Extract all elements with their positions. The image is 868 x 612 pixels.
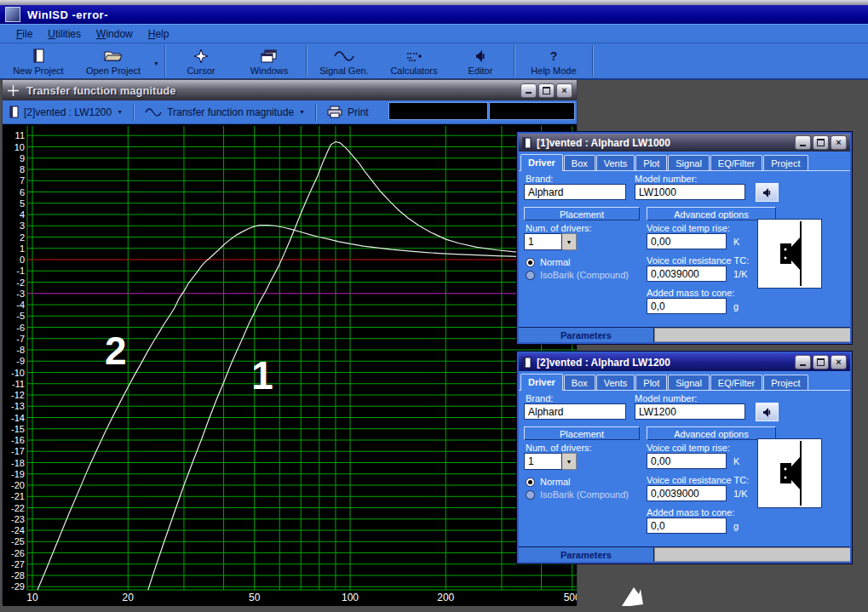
svg-text:11: 11 [15,130,25,140]
num-drivers-combo[interactable]: 1 ▼ [524,233,577,250]
open-project-dropdown[interactable]: ▼ [153,60,159,66]
print-button[interactable]: Print [348,106,369,118]
project-selector-arrow[interactable]: ▼ [117,109,123,115]
windows-button[interactable]: Windows [234,43,304,78]
maximize-button[interactable] [538,83,555,98]
calculators-button[interactable]: Calculators [379,43,449,78]
driver2-titlebar[interactable]: [2]vented : Alphard LW1200 × [519,353,850,371]
normal-radio[interactable] [526,478,535,487]
model-input[interactable]: LW1000 [635,184,745,200]
close-button[interactable]: × [556,83,572,98]
tab-plot[interactable]: Plot [635,155,667,170]
vc-temp-input[interactable]: 0,00 [647,453,727,469]
svg-text:-18: -18 [11,458,25,468]
normal-radio-row[interactable]: Normal [526,257,570,267]
tab-vents[interactable]: Vents [596,155,635,170]
view-selector-arrow[interactable]: ▼ [299,109,305,115]
close-button[interactable]: × [831,135,847,150]
isobarik-radio-row[interactable]: IsoBarik (Compound) [526,270,629,280]
minimize-button[interactable] [795,135,811,150]
added-mass-label: Added mass to cone: [647,507,734,518]
isobarik-radio[interactable] [526,490,535,500]
cursor-readout-1 [388,102,488,120]
open-project-button[interactable]: Open Project [73,43,153,78]
toolbar-separator [315,104,317,121]
svg-text:-2: -2 [16,277,25,288]
parameters-button[interactable]: Parameters [519,328,654,342]
svg-text:6: 6 [20,187,25,197]
added-mass-input[interactable]: 0,0 [647,298,727,314]
tab-eq-filter[interactable]: EQ/Filter [710,375,762,390]
svg-text:-8: -8 [16,345,25,355]
chart-window-titlebar[interactable]: Transfer function magnitude × [3,80,577,100]
tab-project[interactable]: Project [763,375,808,390]
view-selector[interactable]: Transfer function magnitude [167,106,294,118]
added-mass-input[interactable]: 0,0 [647,518,727,534]
tab-eq-filter[interactable]: EQ/Filter [710,155,762,170]
svg-text:500: 500 [564,592,577,603]
tab-box[interactable]: Box [564,155,595,170]
placement-button[interactable]: Placement [524,207,640,220]
vc-temp-unit: K [733,237,739,247]
tab-vents[interactable]: Vents [596,375,635,390]
menu-help[interactable]: Help [141,26,177,42]
brand-input[interactable]: Alphard [524,403,626,420]
vc-res-input[interactable]: 0,0039000 [647,266,727,282]
tab-driver[interactable]: Driver [520,154,563,171]
combo-dropdown-button[interactable]: ▼ [562,233,577,250]
signal-gen-button[interactable]: Signal Gen. [309,43,379,78]
speaker-icon [762,187,773,198]
new-project-button[interactable]: New Project [3,43,73,78]
svg-text:10: 10 [14,142,25,152]
tab-driver[interactable]: Driver [520,374,563,391]
tab-plot[interactable]: Plot [635,375,667,390]
parameters-button[interactable]: Parameters [519,547,654,562]
driver1-titlebar[interactable]: [1]vented : Alphard LW1000 × [519,134,850,152]
maximize-button[interactable] [813,355,829,369]
svg-text:50: 50 [249,592,261,603]
svg-text:-21: -21 [11,491,25,501]
crosshair-icon [7,84,20,97]
normal-radio[interactable] [526,258,535,267]
combo-dropdown-button[interactable]: ▼ [562,453,577,470]
svg-text:-6: -6 [16,323,25,333]
model-input[interactable]: LW1200 [635,403,745,420]
normal-radio-row[interactable]: Normal [526,477,570,487]
added-mass-unit: g [733,521,739,531]
tab-signal[interactable]: Signal [668,155,710,170]
help-mode-button[interactable]: ? Help Mode [517,43,590,78]
isobarik-radio-row[interactable]: IsoBarik (Compound) [526,489,629,500]
num-drivers-combo[interactable]: 1 ▼ [524,453,577,470]
vc-res-label: Voice coil resistance TC: [647,475,749,485]
svg-text:-19: -19 [11,469,25,479]
toolbar-separator [164,45,166,77]
help-mode-icon: ? [550,48,558,65]
menu-window[interactable]: Window [89,26,141,42]
vc-temp-input[interactable]: 0,00 [647,233,727,249]
num-drivers-label: Num. of drivers: [526,443,592,453]
minimize-button[interactable] [795,355,811,369]
menu-file[interactable]: File [9,26,40,42]
tab-project[interactable]: Project [763,155,808,170]
brand-input[interactable]: Alphard [524,184,626,200]
maximize-button[interactable] [813,135,829,150]
tab-box[interactable]: Box [564,375,595,390]
normal-radio-label: Normal [540,477,570,487]
placement-button[interactable]: Placement [524,426,640,440]
menu-utilities[interactable]: Utilities [40,26,89,42]
tab-signal[interactable]: Signal [668,375,710,390]
project-selector[interactable]: [2]vented : LW1200 [24,106,112,118]
driver-editor-button[interactable] [756,183,779,202]
close-button[interactable]: × [831,355,847,369]
vc-res-unit: 1/K [733,489,748,499]
driver-cross-section-preview [757,438,822,508]
new-project-icon [32,48,45,65]
main-toolbar: New Project Open Project ▼ Cursor Window… [0,43,868,80]
minimize-button[interactable] [520,83,537,98]
cursor-button[interactable]: Cursor [168,43,234,78]
isobarik-radio[interactable] [526,271,535,280]
editor-button[interactable]: Editor [449,43,512,78]
vc-res-input[interactable]: 0,0039000 [647,485,727,501]
svg-text:3: 3 [20,220,25,231]
driver-editor-button[interactable] [756,403,779,421]
